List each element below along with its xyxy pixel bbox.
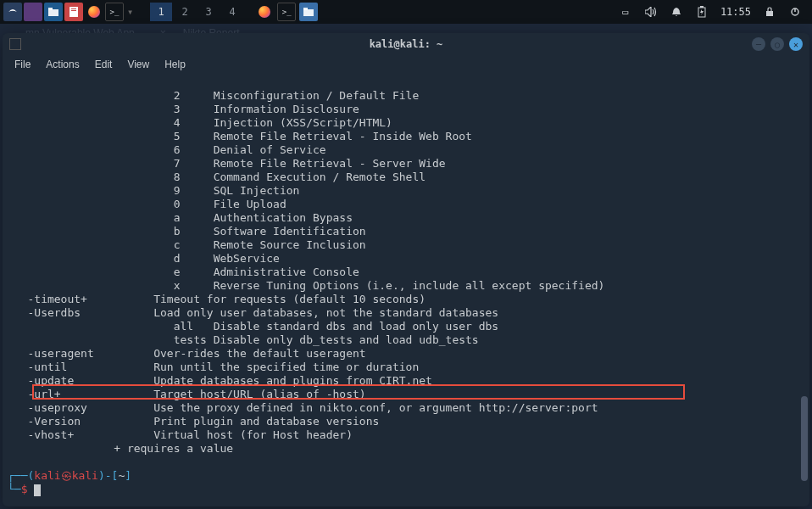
svg-rect-1 xyxy=(48,8,53,10)
titlebar[interactable]: kali@kali: ~ ─ ○ ✕ xyxy=(3,33,809,55)
show-desktop-icon[interactable] xyxy=(24,3,42,21)
kali-menu-icon[interactable] xyxy=(3,3,22,21)
firefox-launcher-icon[interactable] xyxy=(85,3,103,21)
text-editor-icon[interactable] xyxy=(64,3,83,21)
window-title: kali@kali: ~ xyxy=(370,38,443,50)
bell-icon[interactable] xyxy=(670,5,683,19)
scroll-thumb[interactable] xyxy=(801,396,808,481)
svg-rect-6 xyxy=(303,8,308,10)
taskbar: >_ ▾ 1 2 3 4 >_ ▭ 11:55 xyxy=(0,0,812,24)
workspace-1[interactable]: 1 xyxy=(150,3,172,21)
cursor xyxy=(34,484,41,496)
svg-rect-9 xyxy=(766,11,773,16)
svg-rect-8 xyxy=(700,6,704,8)
menu-view[interactable]: View xyxy=(127,59,149,70)
workspace-2[interactable]: 2 xyxy=(174,3,196,21)
file-manager-icon[interactable] xyxy=(44,3,63,21)
running-terminal-icon[interactable]: >_ xyxy=(277,3,296,21)
close-button[interactable]: ✕ xyxy=(789,37,803,51)
svg-rect-2 xyxy=(70,7,78,17)
lock-icon[interactable] xyxy=(763,5,776,19)
scrollbar[interactable] xyxy=(801,74,808,506)
svg-rect-5 xyxy=(303,9,314,16)
taskbar-left: >_ ▾ 1 2 3 4 >_ xyxy=(3,3,318,21)
menu-edit[interactable]: Edit xyxy=(95,59,113,70)
minimize-button[interactable]: ─ xyxy=(752,37,765,51)
terminal-launcher-icon[interactable]: >_ xyxy=(105,3,124,21)
dropdown-icon[interactable]: ▾ xyxy=(127,6,133,18)
terminal-app-icon xyxy=(9,38,21,50)
menu-file[interactable]: File xyxy=(14,59,31,70)
running-files-icon[interactable] xyxy=(299,3,318,21)
terminal-window: kali@kali: ~ ─ ○ ✕ File Actions Edit Vie… xyxy=(3,33,809,506)
running-apps: >_ xyxy=(255,3,318,21)
terminal-output[interactable]: 2 Misconfiguration / Default File 3 Info… xyxy=(3,74,809,506)
maximize-button[interactable]: ○ xyxy=(770,37,784,51)
clock[interactable]: 11:55 xyxy=(720,6,751,18)
power-icon[interactable] xyxy=(788,5,802,19)
svg-rect-0 xyxy=(48,9,58,16)
workspace-4[interactable]: 4 xyxy=(221,3,243,21)
svg-rect-3 xyxy=(71,8,76,9)
menu-actions[interactable]: Actions xyxy=(46,59,79,70)
menu-help[interactable]: Help xyxy=(164,59,186,70)
workspace-3[interactable]: 3 xyxy=(197,3,220,21)
battery-icon[interactable] xyxy=(695,5,709,19)
workspace-switcher: 1 2 3 4 xyxy=(150,3,243,21)
running-firefox-icon[interactable] xyxy=(255,3,274,21)
volume-icon[interactable] xyxy=(644,5,658,19)
svg-rect-4 xyxy=(71,10,76,11)
system-tray: ▭ 11:55 xyxy=(619,5,809,19)
menubar: File Actions Edit View Help xyxy=(3,55,809,74)
notification-icon[interactable]: ▭ xyxy=(619,5,632,19)
